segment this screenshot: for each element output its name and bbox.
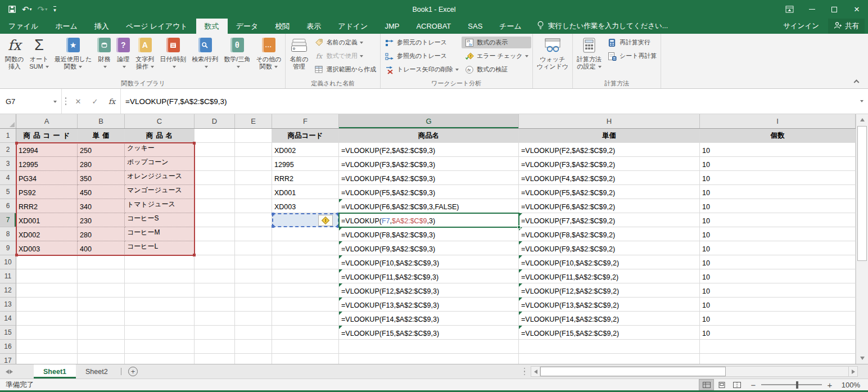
cell-I10[interactable]: 10 xyxy=(700,255,856,269)
column-header-D[interactable]: D xyxy=(195,114,235,128)
cell-B15[interactable] xyxy=(78,326,125,340)
cell-G2[interactable]: =VLOOKUP(F2,$A$2:$C$9,3) xyxy=(339,143,519,157)
cell-E11[interactable] xyxy=(235,269,272,283)
cancel-icon[interactable]: ✕ xyxy=(70,97,87,106)
redo-icon[interactable]: ↷▾ xyxy=(38,4,48,15)
cell-E2[interactable] xyxy=(235,143,272,157)
cell-G13[interactable]: =VLOOKUP(F13,$A$2:$C$9,3) xyxy=(339,298,519,312)
cell-D17[interactable] xyxy=(195,354,235,364)
cell-A11[interactable] xyxy=(16,269,78,283)
cell-A13[interactable] xyxy=(16,298,78,312)
minimize-button[interactable] xyxy=(801,0,823,19)
cell-D15[interactable] xyxy=(195,326,235,340)
cell-A17[interactable] xyxy=(16,354,78,364)
cell-E12[interactable] xyxy=(235,283,272,298)
cell-C14[interactable] xyxy=(125,312,195,326)
cell-E13[interactable] xyxy=(235,298,272,312)
row-header-16[interactable]: 16 xyxy=(0,340,16,354)
cell-D11[interactable] xyxy=(195,269,235,283)
ribbon-tab-add-ins[interactable]: アドイン xyxy=(329,19,376,34)
column-header-I[interactable]: I xyxy=(700,114,856,128)
remove-arrows-button[interactable]: トレース矢印の削除 xyxy=(382,64,462,75)
show-formulas-button[interactable]: 15fx数式の表示 xyxy=(462,37,531,48)
cell-B16[interactable] xyxy=(78,340,125,354)
cell-A2[interactable]: 12994 xyxy=(16,143,78,157)
cell-G5[interactable]: =VLOOKUP(F5,$A$2:$C$9,3) xyxy=(339,185,519,199)
cell-F11[interactable] xyxy=(272,269,339,283)
row-header-8[interactable]: 8 xyxy=(0,227,16,241)
cell-A9[interactable]: XD003 xyxy=(16,241,78,255)
cell-H15[interactable]: =VLOOKUP(F15,$A$2:$C$9,2) xyxy=(519,326,700,340)
cell-F16[interactable] xyxy=(272,340,339,354)
cell-G16[interactable] xyxy=(339,340,519,354)
tell-me-box[interactable]: 実行したい作業を入力してください... xyxy=(530,19,675,34)
cell-F9[interactable] xyxy=(272,241,339,255)
cell-C16[interactable] xyxy=(125,340,195,354)
collapse-ribbon-button[interactable] xyxy=(855,79,860,84)
undo-icon[interactable]: ↶▾ xyxy=(22,4,32,15)
cell-C1[interactable]: 商品名 xyxy=(125,129,195,143)
cell-G14[interactable]: =VLOOKUP(F14,$A$2:$C$9,3) xyxy=(339,312,519,326)
autosum-button[interactable]: ΣオートSUM xyxy=(26,34,51,77)
cell-B4[interactable]: 350 xyxy=(78,171,125,185)
cell-G12[interactable]: =VLOOKUP(F12,$A$2:$C$9,3) xyxy=(339,283,519,298)
cell-E10[interactable] xyxy=(235,255,272,269)
zoom-level-button[interactable]: 100% xyxy=(839,381,860,389)
cell-C3[interactable]: ポップコーン xyxy=(125,157,195,171)
cell-B8[interactable]: 280 xyxy=(78,227,125,241)
ribbon-display-options-icon[interactable] xyxy=(778,0,801,19)
cell-I4[interactable]: 10 xyxy=(700,171,856,185)
cell-B14[interactable] xyxy=(78,312,125,326)
cell-G17[interactable] xyxy=(339,354,519,364)
cell-B5[interactable]: 450 xyxy=(78,185,125,199)
cell-F17[interactable] xyxy=(272,354,339,364)
cell-F6[interactable]: XD003 xyxy=(272,199,339,213)
financial-button[interactable]: 財務 xyxy=(94,34,114,77)
customize-qat-icon[interactable]: ▾ xyxy=(53,6,56,13)
cell-F12[interactable] xyxy=(272,283,339,298)
error-smart-tag-button[interactable]: ! xyxy=(318,215,333,226)
sheet-tab-Sheet2[interactable]: Sheet2 xyxy=(76,364,117,379)
cell-F2[interactable]: XD002 xyxy=(272,143,339,157)
cell-C2[interactable]: クッキー xyxy=(125,143,195,157)
formula-input[interactable]: =VLOOKUP(F7,$A$2:$C$9,3) xyxy=(121,97,853,106)
sheet-nav-right-icon[interactable] xyxy=(4,364,18,379)
cell-D5[interactable] xyxy=(195,185,235,199)
cell-I13[interactable]: 10 xyxy=(700,298,856,312)
page-break-view-icon[interactable] xyxy=(729,379,744,390)
insert-function-button[interactable]: fx関数の挿入 xyxy=(2,34,26,77)
cell-F4[interactable]: RRR2 xyxy=(272,171,339,185)
cell-A1[interactable]: 商品コード xyxy=(16,129,78,143)
cell-A12[interactable] xyxy=(16,283,78,298)
cell-G4[interactable]: =VLOOKUP(F4,$A$2:$C$9,3) xyxy=(339,171,519,185)
column-header-B[interactable]: B xyxy=(78,114,125,128)
ribbon-tab-review[interactable]: 校閲 xyxy=(266,19,298,34)
cell-D12[interactable] xyxy=(195,283,235,298)
cell-C13[interactable] xyxy=(125,298,195,312)
ribbon-tab-team[interactable]: チーム xyxy=(491,19,530,34)
cell-I14[interactable]: 10 xyxy=(700,312,856,326)
cell-G7[interactable]: =VLOOKUP(F7,$A$2:$C$9,3) xyxy=(339,213,519,227)
formula-bar-expand-icon[interactable] xyxy=(853,100,868,102)
cell-B3[interactable]: 280 xyxy=(78,157,125,171)
use-in-formula-button[interactable]: fx数式で使用 xyxy=(311,50,379,62)
row-header-3[interactable]: 3 xyxy=(0,157,16,171)
cell-D10[interactable] xyxy=(195,255,235,269)
cell-I2[interactable]: 10 xyxy=(700,143,856,157)
ribbon-tab-jmp[interactable]: JMP xyxy=(376,19,408,34)
cell-D1[interactable] xyxy=(195,129,235,143)
zoom-out-icon[interactable]: − xyxy=(750,380,757,390)
cell-G1[interactable]: 商品名 xyxy=(339,129,519,143)
scroll-right-icon[interactable] xyxy=(848,366,858,377)
select-all-corner[interactable] xyxy=(0,114,16,128)
page-layout-view-icon[interactable] xyxy=(714,379,729,390)
cell-I15[interactable]: 10 xyxy=(700,326,856,340)
cell-H13[interactable]: =VLOOKUP(F13,$A$2:$C$9,2) xyxy=(519,298,700,312)
column-header-A[interactable]: A xyxy=(16,114,78,128)
formula-bar-handle[interactable] xyxy=(62,97,70,106)
cell-D8[interactable] xyxy=(195,227,235,241)
vertical-scrollbar[interactable] xyxy=(856,114,868,364)
recently-used-button[interactable]: ★最近使用した関数 xyxy=(52,34,95,77)
cell-H16[interactable] xyxy=(519,340,700,354)
cell-A10[interactable] xyxy=(16,255,78,269)
